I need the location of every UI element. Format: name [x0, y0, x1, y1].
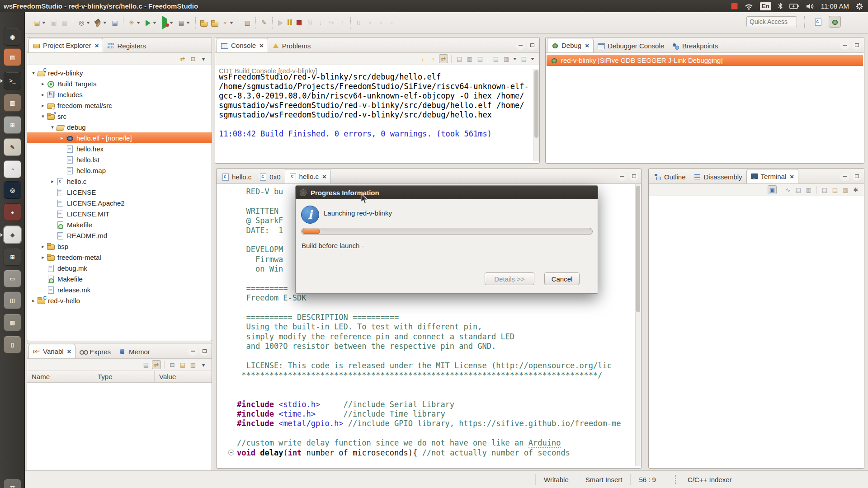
minimize-panel-button[interactable] — [617, 172, 627, 181]
tree-collapsed-arrow-icon[interactable]: ▸ — [50, 178, 55, 184]
link-with-editor-icon[interactable]: ⇄ — [178, 54, 187, 63]
launcher-freedomstudio-icon[interactable]: ◆ — [4, 226, 21, 244]
debug-configurations-dropdown-icon[interactable] — [86, 22, 90, 24]
tree-expanded-arrow-icon[interactable]: ▾ — [50, 124, 55, 130]
tree-item-freedom-metal-src[interactable]: ▸↗freedom-metal/src — [27, 100, 212, 111]
launch-target-button[interactable] — [221, 17, 236, 29]
launcher-trash-icon[interactable]: ▽ — [4, 479, 21, 488]
details-button[interactable]: Details >> — [485, 272, 534, 285]
tree-collapsed-arrow-icon[interactable]: ▸ — [40, 254, 46, 260]
mark-occurrences-button[interactable]: ✎ — [259, 17, 269, 29]
launcher-workspace-switcher-icon[interactable]: ⊞ — [4, 248, 21, 266]
maximize-panel-button[interactable] — [199, 347, 209, 356]
connect-terminal-icon[interactable]: ∿ — [783, 185, 793, 194]
launcher-archive-manager-icon[interactable]: ▥ — [4, 94, 21, 112]
dialog-titlebar[interactable]: Progress Information — [296, 186, 598, 199]
minimize-panel-button[interactable] — [188, 347, 198, 356]
view-menu-icon[interactable]: ▾ — [199, 54, 208, 63]
detail-pane-icon[interactable]: ▥ — [189, 360, 198, 369]
tree-item-readme-md[interactable]: README.md — [27, 230, 212, 241]
console-scrollbar[interactable] — [533, 69, 539, 161]
terminate-button[interactable] — [294, 17, 304, 29]
word-wrap-icon[interactable]: ▤ — [491, 54, 500, 63]
open-resource-button[interactable] — [210, 17, 220, 29]
tab-0x0[interactable]: 0x0 — [255, 170, 284, 183]
maximize-panel-button[interactable] — [629, 172, 639, 181]
tab-terminal[interactable]: Terminal × — [746, 169, 798, 183]
tab-hello-c-1[interactable]: hello.c — [218, 170, 255, 183]
scroll-to-top-icon[interactable]: ↑ — [429, 54, 438, 63]
tree-item-red-v-hello[interactable]: ▸Cred-v-hello — [27, 295, 212, 306]
open-console-icon-dropdown[interactable] — [531, 58, 534, 60]
scroll-lock-icon[interactable]: ⇄ — [439, 54, 448, 63]
tree-item-hello-map[interactable]: hello.map — [27, 165, 212, 176]
terminal-view-icon[interactable]: ▣ — [768, 185, 777, 194]
close-tab-icon[interactable]: × — [259, 42, 264, 49]
tree-collapsed-arrow-icon[interactable]: ▸ — [40, 92, 46, 98]
maximize-panel-button[interactable] — [527, 41, 537, 50]
column-value[interactable]: Value — [155, 371, 212, 382]
tree-expanded-arrow-icon[interactable]: ▾ — [31, 70, 36, 76]
fold-marker-icon[interactable]: − — [228, 450, 234, 455]
launcher-disk-utility-icon[interactable]: ◫ — [4, 291, 21, 309]
close-tab-icon[interactable]: × — [585, 42, 589, 49]
scroll-to-bottom-icon[interactable]: ↓ — [418, 54, 427, 63]
run-last-tool-button[interactable] — [160, 17, 175, 29]
open-console-icon[interactable]: ▤ — [519, 54, 528, 63]
close-tab-icon[interactable]: × — [322, 173, 326, 180]
tab-variables[interactable]: (x)= Variabl × — [28, 344, 75, 358]
tree-item-debug-mk[interactable]: debug.mk — [27, 263, 212, 273]
launcher-usb-creator-icon[interactable]: ▯ — [4, 336, 21, 353]
show-stdout-icon[interactable]: ▤ — [476, 54, 485, 63]
open-console-button[interactable]: ▥ — [242, 17, 252, 29]
tree-item-hello-elf-none-le-[interactable]: ▸hello.elf - [none/le] — [27, 132, 212, 143]
launcher-chrome-icon[interactable]: ◔ — [4, 160, 21, 178]
minimize-panel-button[interactable] — [840, 172, 850, 181]
tab-outline[interactable]: Outline — [650, 170, 690, 183]
launcher-terminal-icon[interactable]: >_ — [4, 72, 21, 89]
launcher-calculator-icon[interactable]: ⊞ — [4, 116, 21, 134]
wifi-icon[interactable] — [744, 3, 754, 10]
minimize-panel-button[interactable] — [840, 41, 850, 50]
scroll-lock-icon[interactable]: ▤ — [820, 185, 829, 194]
tree-collapsed-arrow-icon[interactable]: ▸ — [40, 244, 46, 249]
tree-collapsed-arrow-icon[interactable]: ▸ — [31, 298, 36, 304]
tree-item-build-targets[interactable]: ▸Build Targets — [27, 78, 212, 89]
tree-item-src[interactable]: ▾ssrc — [27, 111, 212, 122]
launcher-software-center-icon[interactable]: ● — [4, 203, 21, 221]
tab-project-explorer[interactable]: Project Explorer × — [28, 38, 103, 52]
show-type-names-icon[interactable]: ▤ — [142, 360, 151, 369]
tree-item-license[interactable]: LICENSE — [27, 187, 212, 197]
recorder-icon[interactable] — [731, 3, 738, 9]
run-last-tool-dropdown-icon[interactable] — [170, 22, 173, 24]
tree-item-license-apache2[interactable]: LICENSE.Apache2 — [27, 197, 212, 208]
suspend-button[interactable] — [286, 17, 293, 29]
maximize-panel-button[interactable] — [852, 41, 862, 50]
tree-item-includes[interactable]: ▸Includes — [27, 89, 212, 100]
paste-icon[interactable]: ▥ — [841, 185, 850, 194]
tree-item-makefile[interactable]: Makefile — [27, 219, 212, 230]
editor-scrollbar[interactable] — [635, 184, 641, 466]
clear-console-icon[interactable]: ▤ — [455, 54, 464, 63]
column-name[interactable]: Name — [27, 371, 93, 382]
clock[interactable]: 11:08 AM — [821, 2, 849, 10]
tab-expressions[interactable]: Expres — [75, 345, 115, 358]
run-button[interactable] — [143, 17, 159, 29]
run-dropdown-icon[interactable] — [153, 22, 156, 24]
tab-debugger-console[interactable]: Debugger Console — [594, 39, 668, 52]
tree-item-freedom-metal[interactable]: ▸freedom-metal — [27, 252, 212, 263]
cpp-perspective-button[interactable] — [812, 16, 824, 28]
debug-perspective-button[interactable] — [829, 16, 841, 28]
tab-disassembly[interactable]: Disassembly — [690, 170, 746, 183]
tree-item-makefile[interactable]: Makefile — [27, 273, 212, 284]
close-tab-icon[interactable]: × — [95, 42, 99, 49]
minimize-panel-button[interactable] — [515, 41, 525, 50]
close-tab-icon[interactable]: × — [67, 347, 71, 355]
quick-access-input[interactable] — [746, 16, 797, 27]
build-all-dropdown-icon[interactable] — [103, 22, 107, 24]
tree-item-release-mk[interactable]: release.mk — [27, 284, 212, 295]
new-watch-icon[interactable]: ▤ — [178, 360, 187, 369]
volume-icon[interactable] — [806, 3, 815, 10]
tree-item-debug[interactable]: ▾debug — [27, 122, 212, 132]
maximize-panel-button[interactable] — [852, 172, 862, 181]
